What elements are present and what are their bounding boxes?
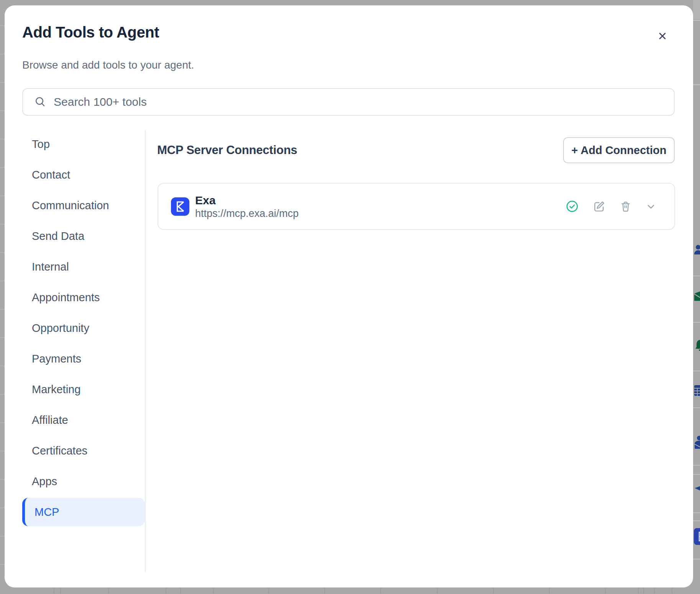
close-button[interactable] <box>654 28 671 44</box>
connected-status-icon <box>565 199 579 213</box>
sidebar-item-opportunity[interactable]: Opportunity <box>22 313 145 343</box>
background-row-divider <box>0 451 5 451</box>
background-column-divider <box>268 588 269 594</box>
sidebar-item-label: Affiliate <box>32 415 68 426</box>
send-blue-icon <box>694 484 700 497</box>
sidebar-item-label: Appointments <box>32 292 100 303</box>
background-row-divider <box>0 564 5 565</box>
delete-connection-button[interactable] <box>619 200 633 213</box>
background-column-divider <box>672 588 672 594</box>
background-row-divider <box>693 465 700 466</box>
expand-connection-button[interactable] <box>645 201 657 212</box>
users-blue-icon <box>694 244 700 257</box>
sidebar-item-internal[interactable]: Internal <box>22 251 145 282</box>
sidebar-item-communication[interactable]: Communication <box>22 190 145 221</box>
exa-mini-icon <box>694 528 700 541</box>
sidebar-item-appointments[interactable]: Appointments <box>22 282 145 313</box>
edit-connection-button[interactable] <box>592 199 606 213</box>
backdrop-left-strip <box>0 0 5 594</box>
background-column-divider <box>180 588 181 594</box>
connection-actions <box>565 199 657 213</box>
background-column-divider <box>213 588 214 594</box>
sidebar-item-label: Certificates <box>32 445 87 456</box>
add-tools-dialog: Add Tools to Agent Browse and add tools … <box>5 5 693 587</box>
search-icon <box>34 95 47 108</box>
sidebar-item-affiliate[interactable]: Affiliate <box>22 405 145 435</box>
background-column-divider <box>380 588 381 594</box>
background-row-divider <box>0 281 5 281</box>
background-row-divider <box>693 474 700 475</box>
background-row-divider <box>0 536 5 537</box>
background-row-divider <box>0 309 5 310</box>
background-column-divider <box>54 588 54 594</box>
background-row-divider <box>693 84 700 85</box>
dialog-subtitle: Browse and add tools to your agent. <box>22 59 194 72</box>
background-row-divider <box>0 25 5 26</box>
background-row-divider <box>0 422 5 423</box>
background-row-divider <box>0 394 5 395</box>
background-row-divider <box>0 82 5 83</box>
background-column-divider <box>437 588 438 594</box>
background-header-band <box>693 0 700 19</box>
background-row-divider <box>0 224 5 225</box>
background-row-divider <box>693 512 700 513</box>
connection-url: https://mcp.exa.ai/mcp <box>195 207 299 220</box>
background-column-divider <box>605 588 606 594</box>
background-row-divider <box>693 520 700 521</box>
sidebar-divider <box>145 130 146 572</box>
background-column-divider <box>108 588 109 594</box>
background-column-divider <box>638 588 639 594</box>
user-mail-blue-icon <box>694 435 700 448</box>
background-row-divider <box>0 366 5 366</box>
background-row-divider <box>693 407 700 408</box>
sidebar-item-mcp[interactable]: MCP <box>22 498 145 526</box>
background-row-divider <box>0 139 5 139</box>
background-row-divider <box>0 479 5 480</box>
sidebar-item-label: Send Data <box>32 231 84 242</box>
dialog-title: Add Tools to Agent <box>22 24 159 41</box>
sidebar-item-send-data[interactable]: Send Data <box>22 221 145 251</box>
background-column-divider <box>493 588 494 594</box>
background-column-divider <box>643 588 644 594</box>
sidebar-item-label: Top <box>32 139 50 150</box>
background-column-divider <box>654 588 655 594</box>
connection-info: Exa https://mcp.exa.ai/mcp <box>195 193 299 220</box>
backdrop-bottom-strip <box>0 587 700 594</box>
background-row-divider <box>0 195 5 196</box>
sidebar-item-marketing[interactable]: Marketing <box>22 374 145 405</box>
sidebar-item-label: Payments <box>32 353 81 364</box>
sidebar-item-label: Marketing <box>32 384 81 395</box>
background-row-divider <box>0 252 5 253</box>
sidebar-item-label: Apps <box>32 476 57 487</box>
sidebar-item-label: Internal <box>32 261 69 272</box>
sidebar-item-label: Contact <box>32 169 70 180</box>
background-row-divider <box>693 322 700 323</box>
sidebar-item-apps[interactable]: Apps <box>22 466 145 497</box>
calendar-blue-icon <box>694 384 700 397</box>
search-input[interactable] <box>53 90 666 114</box>
add-connection-button[interactable]: + Add Connection <box>563 137 675 163</box>
background-row-divider <box>0 110 5 111</box>
background-row-divider <box>0 507 5 508</box>
sidebar-item-certificates[interactable]: Certificates <box>22 435 145 466</box>
background-row-divider <box>693 20 700 21</box>
background-column-divider <box>324 588 325 594</box>
connection-card: Exa https://mcp.exa.ai/mcp <box>158 183 675 230</box>
sidebar-item-payments[interactable]: Payments <box>22 343 145 374</box>
connections-list: Exa https://mcp.exa.ai/mcp <box>158 183 675 230</box>
background-row-divider <box>0 167 5 168</box>
background-column-divider <box>166 588 166 594</box>
sidebar-item-contact[interactable]: Contact <box>22 159 145 190</box>
category-sidebar: Top Contact Communication Send Data Inte… <box>22 129 145 527</box>
sidebar-item-top[interactable]: Top <box>22 129 145 159</box>
background-row-divider <box>693 559 700 560</box>
tools-search-box <box>22 88 675 116</box>
section-heading: MCP Server Connections <box>157 143 297 157</box>
background-row-divider <box>0 54 5 54</box>
mail-green-icon <box>694 291 700 304</box>
background-column-divider <box>60 588 61 594</box>
sidebar-item-label: MCP <box>35 507 59 518</box>
exa-logo-icon <box>171 197 189 216</box>
bell-green-icon <box>694 339 700 352</box>
sidebar-item-label: Communication <box>32 200 109 211</box>
